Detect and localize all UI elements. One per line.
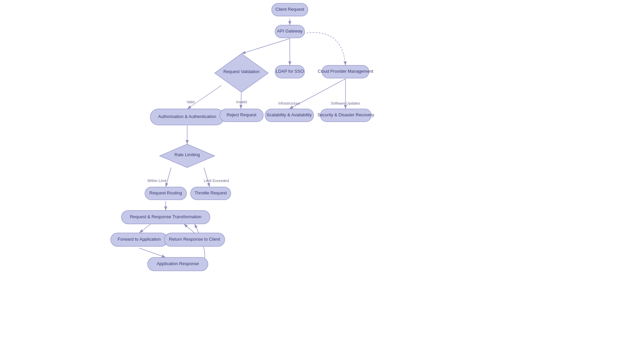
infrastructure-label: Infrastructure	[278, 101, 300, 105]
security-label: Security & Disaster Recovery	[317, 112, 374, 117]
rate-limiting-label: Rate Limiting	[174, 152, 200, 157]
app-response-label: Application Response	[157, 261, 199, 266]
within-limit-label: Within Limit	[148, 179, 167, 183]
req-res-transform-label: Request & Response Transformation	[130, 214, 201, 219]
cloud-provider-label: Cloud Provider Management	[318, 69, 373, 74]
valid-label: Valid	[186, 100, 195, 104]
svg-line-13	[139, 224, 151, 233]
return-client-label: Return Response to Client	[169, 237, 220, 242]
svg-line-7	[187, 85, 221, 109]
client-request-label: Client Request	[275, 7, 304, 12]
svg-line-14	[139, 248, 166, 257]
throttle-label: Throttle Request	[195, 190, 227, 195]
invalid-label: Invalid	[236, 100, 247, 104]
auth-label: Authorisation & Authentication	[158, 114, 216, 119]
svg-line-11	[204, 168, 210, 187]
svg-line-10	[166, 168, 171, 187]
api-gateway-label: API Gateway	[277, 28, 303, 34]
request-validation-label: Request Validation	[223, 69, 260, 74]
software-updates-label: Software Updates	[331, 101, 360, 105]
scalability-label: Scalability & Availability	[267, 112, 312, 117]
svg-line-15	[184, 224, 195, 233]
request-routing-label: Request Routing	[150, 190, 182, 195]
forward-app-label: Forward to Application	[118, 237, 161, 242]
svg-line-3	[241, 39, 290, 54]
reject-label: Reject Request	[227, 112, 257, 117]
ldap-sso-label: LDAP for SSO	[276, 69, 304, 74]
limit-exceeded-label: Limit Exceeded	[204, 179, 229, 183]
